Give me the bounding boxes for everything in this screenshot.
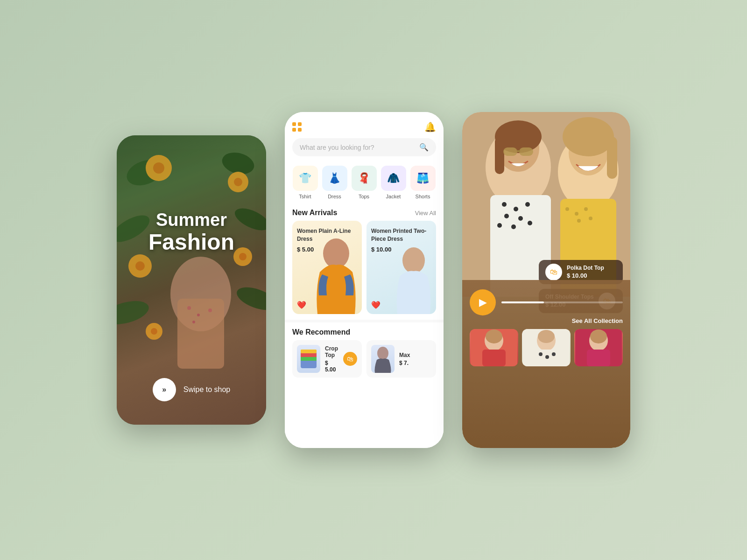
thumbnail-3[interactable] <box>574 329 623 366</box>
svg-rect-17 <box>177 299 224 369</box>
svg-point-56 <box>589 217 592 220</box>
svg-rect-60 <box>482 350 506 366</box>
grid-dot-1 <box>292 122 296 126</box>
swipe-text: Swipe to shop <box>183 385 231 394</box>
polka-dot-bag-icon: 🛍 <box>545 264 562 280</box>
shorts-icon-box: 🩳 <box>410 166 436 191</box>
svg-rect-71 <box>587 350 610 366</box>
recommend-card-2[interactable]: Max $ 7. <box>366 340 436 378</box>
grid-dot-3 <box>292 128 296 132</box>
arrival-2-heart-icon[interactable]: ❤️ <box>371 301 381 309</box>
tshirt-label: Tshirt <box>299 194 311 199</box>
svg-point-15 <box>151 328 157 335</box>
swipe-button[interactable]: » <box>153 378 176 401</box>
view-all-link[interactable]: View All <box>415 210 436 217</box>
screen1-title-summer: Summer <box>117 210 266 230</box>
max-info: Max $ 7. <box>399 352 431 366</box>
thumbnail-row <box>470 329 623 366</box>
notification-bell-icon[interactable]: 🔔 <box>424 121 436 133</box>
progress-bar[interactable] <box>501 301 623 303</box>
screen-summer-fashion: Summer Fashion » Swipe to shop <box>117 135 266 425</box>
svg-point-29 <box>377 347 388 360</box>
recommend-card-1[interactable]: Crop Top $ 5.00 🛍 <box>292 340 362 378</box>
svg-point-66 <box>545 355 549 359</box>
see-all-collection-link[interactable]: See All Collection <box>470 317 623 324</box>
crop-top-thumb <box>297 345 320 373</box>
new-arrivals-row: Women Plain A-Line Dress $ 5.00 ❤️ Women <box>285 221 444 320</box>
screens-container: Summer Fashion » Swipe to shop 🔔 <box>117 112 630 448</box>
screen1-title-fashion: Fashion <box>117 230 266 255</box>
svg-point-53 <box>575 212 578 216</box>
thumbnail-1[interactable] <box>470 329 518 366</box>
grid-icon[interactable] <box>292 122 302 132</box>
category-dress[interactable]: 👗 Dress <box>322 166 347 199</box>
search-placeholder: What are you looking for? <box>300 144 416 151</box>
svg-rect-34 <box>495 137 504 174</box>
svg-point-45 <box>511 224 516 229</box>
crop-top-info: Crop Top $ 5.00 <box>325 345 338 373</box>
svg-point-65 <box>539 352 543 356</box>
arrival-card-1[interactable]: Women Plain A-Line Dress $ 5.00 ❤️ <box>292 221 362 314</box>
svg-rect-37 <box>517 150 520 152</box>
svg-point-22 <box>323 238 349 268</box>
thumbnail-2[interactable] <box>522 329 571 366</box>
svg-point-67 <box>552 352 556 356</box>
category-shorts[interactable]: 🩳 Shorts <box>410 166 436 199</box>
screen2-inner: 🔔 What are you looking for? 🔍 👕 Tshirt 👗… <box>285 112 444 448</box>
svg-point-70 <box>590 329 607 343</box>
recommend-section: We Recommend Crop To <box>285 322 444 448</box>
svg-point-7 <box>153 162 164 174</box>
screen1-text-block: Summer Fashion <box>117 210 266 255</box>
svg-point-40 <box>514 207 518 211</box>
swipe-section[interactable]: » Swipe to shop <box>117 378 266 401</box>
svg-point-19 <box>197 314 200 316</box>
svg-point-9 <box>234 178 242 186</box>
progress-bar-fill <box>501 301 544 303</box>
search-icon: 🔍 <box>419 143 429 152</box>
recommend-row: Crop Top $ 5.00 🛍 Max <box>285 340 444 383</box>
search-bar: What are you looking for? 🔍 <box>285 138 444 162</box>
crop-top-bag-icon[interactable]: 🛍 <box>343 352 357 366</box>
recommend-header: We Recommend <box>285 322 444 340</box>
svg-point-11 <box>135 261 145 271</box>
svg-point-41 <box>525 202 530 207</box>
polka-dot-info: Polka Dot Top $ 10.00 <box>567 265 604 279</box>
recommend-title: We Recommend <box>292 328 350 336</box>
svg-point-63 <box>538 330 555 343</box>
screen3-bottom: ▶ See All Collection <box>462 280 630 448</box>
svg-point-52 <box>565 207 569 211</box>
tops-label: Tops <box>359 194 369 199</box>
arrival-1-heart-icon[interactable]: ❤️ <box>297 301 306 309</box>
shorts-label: Shorts <box>416 194 430 199</box>
search-input-wrap[interactable]: What are you looking for? 🔍 <box>292 138 436 156</box>
category-tshirt[interactable]: 👕 Tshirt <box>292 166 318 199</box>
svg-point-4 <box>117 297 151 329</box>
dress-label: Dress <box>328 194 341 199</box>
svg-point-49 <box>563 117 614 156</box>
svg-point-54 <box>584 207 588 211</box>
screen-shopping-app: 🔔 What are you looking for? 🔍 👕 Tshirt 👗… <box>285 112 444 448</box>
svg-rect-27 <box>301 353 317 357</box>
new-arrivals-header: New Arrivals View All <box>285 203 444 221</box>
svg-point-18 <box>187 306 191 310</box>
crop-top-price: $ 5.00 <box>325 360 338 373</box>
svg-point-44 <box>497 223 502 228</box>
play-button[interactable]: ▶ <box>470 289 496 315</box>
jacket-icon-box: 🧥 <box>381 166 406 191</box>
svg-point-39 <box>502 202 507 207</box>
svg-rect-36 <box>519 147 533 156</box>
category-jacket[interactable]: 🧥 Jacket <box>381 166 406 199</box>
tops-icon-box: 🧣 <box>352 166 377 191</box>
screen3-inner: 🛍 Polka Dot Top $ 10.00 Off Shoulder Top… <box>462 112 630 448</box>
max-thumb <box>371 345 395 373</box>
svg-point-42 <box>504 214 509 218</box>
categories-row: 👕 Tshirt 👗 Dress 🧣 Tops 🧥 Jacket 🩳 <box>285 162 444 203</box>
svg-point-55 <box>577 219 581 223</box>
jacket-label: Jacket <box>386 194 401 199</box>
category-tops[interactable]: 🧣 Tops <box>351 166 377 199</box>
play-row: ▶ <box>470 289 623 315</box>
polka-dot-name: Polka Dot Top <box>567 265 604 271</box>
grid-dot-2 <box>298 122 302 126</box>
arrival-card-2[interactable]: Women Printed Two-Piece Dress $ 10.00 ❤️ <box>366 221 436 314</box>
screen1-background: Summer Fashion » Swipe to shop <box>117 135 266 425</box>
